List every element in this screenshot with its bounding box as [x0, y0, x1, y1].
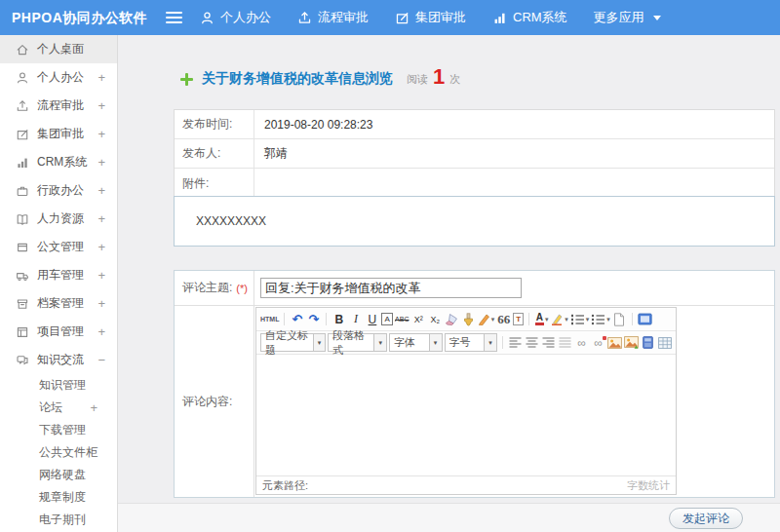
format-painter-brush-icon[interactable] — [461, 311, 476, 328]
word-count-label: 字数统计 — [627, 478, 670, 493]
sidebar-subitem-knowledge-management[interactable]: 知识管理 — [0, 374, 117, 397]
app-logo: PHPOA协同办公软件 — [12, 0, 147, 35]
sidebar-subitem-download-management[interactable]: 下载管理 — [0, 419, 117, 441]
insert-media-icon[interactable] — [641, 334, 655, 352]
new-document-icon[interactable] — [612, 311, 627, 328]
expand-plus-icon[interactable]: + — [90, 400, 98, 415]
sidebar-subitem-label: 网络硬盘 — [39, 467, 86, 483]
ordered-list-icon[interactable]: ▾ — [570, 311, 590, 328]
scrawl-image-icon[interactable] — [624, 334, 639, 352]
nav-label: 流程审批 — [318, 9, 369, 26]
html-source-button[interactable]: HTML — [260, 311, 279, 328]
comment-subject-row: 评论主题: (*) — [175, 271, 774, 306]
insert-image-icon[interactable] — [607, 334, 622, 352]
sidebar-item-vehicle-management[interactable]: 用车管理 + — [0, 261, 117, 289]
sidebar-item-archive-management[interactable]: 档案管理 + — [0, 289, 117, 318]
highlight-color-icon[interactable]: ▾ — [551, 311, 568, 328]
undo-button[interactable]: ↶ — [290, 311, 304, 328]
expand-plus-icon[interactable]: + — [98, 70, 105, 85]
sidebar-subitem-rules-regulations[interactable]: 规章制度 — [0, 486, 117, 509]
align-center-icon[interactable] — [525, 334, 539, 352]
sidebar-subitem-label: 论坛 — [39, 399, 62, 416]
paragraph-format-select[interactable]: 段落格式▾ — [328, 333, 387, 352]
publisher-label: 发布人: — [175, 139, 254, 168]
strikethrough-button[interactable]: ABC — [395, 311, 410, 328]
attachment-value — [254, 169, 774, 198]
expand-plus-icon[interactable]: + — [98, 240, 105, 254]
sidebar-subitem-forum[interactable]: 论坛 + — [0, 397, 117, 419]
sidebar-subitem-label: 知识管理 — [39, 377, 86, 394]
collapse-minus-icon[interactable]: − — [98, 353, 105, 367]
expand-plus-icon[interactable]: + — [98, 324, 105, 339]
hamburger-menu-icon[interactable] — [166, 12, 182, 24]
expand-plus-icon[interactable]: + — [98, 268, 105, 283]
sidebar-item-personal-desktop[interactable]: 个人桌面 — [0, 35, 117, 63]
underline-button[interactable]: U — [365, 311, 379, 328]
editor-content-area[interactable] — [256, 355, 676, 475]
font-border-button[interactable]: A — [381, 313, 392, 325]
comment-content-row: 评论内容: HTML ↶ ↷ B I U A — [175, 306, 774, 497]
superscript-button[interactable]: X² — [411, 311, 426, 328]
sidebar-subitem-network-drive[interactable]: 网络硬盘 — [0, 464, 117, 486]
sidebar-item-label: 档案管理 — [37, 295, 84, 312]
read-count: 1 — [433, 66, 445, 88]
nav-crm-system[interactable]: CRM系统 — [492, 9, 567, 26]
expand-plus-icon[interactable]: + — [98, 211, 105, 226]
comment-subject-input[interactable] — [260, 278, 522, 298]
chevron-down-icon — [653, 16, 661, 20]
sidebar-subitem-e-journal[interactable]: 电子期刊 — [0, 509, 117, 531]
sidebar-item-human-resources[interactable]: 人力资源 + — [0, 205, 117, 233]
expand-plus-icon[interactable]: + — [98, 155, 105, 170]
table-row: 发布人: 郭靖 — [175, 139, 774, 169]
subscript-button[interactable]: X₂ — [428, 311, 443, 328]
nav-more-apps[interactable]: 更多应用 — [594, 9, 661, 26]
paste-plain-text-button[interactable]: T — [513, 313, 524, 325]
expand-plus-icon[interactable]: + — [98, 296, 105, 311]
sidebar-item-knowledge-exchange[interactable]: 知识交流 − — [0, 346, 117, 374]
clear-format-eraser-icon[interactable] — [445, 311, 459, 328]
font-size-select[interactable]: 字号▾ — [445, 333, 498, 352]
align-right-icon[interactable] — [541, 334, 556, 352]
bold-button[interactable]: B — [332, 311, 346, 328]
nav-workflow-approval[interactable]: 流程审批 — [297, 9, 369, 26]
green-plus-icon — [180, 73, 193, 86]
sidebar-item-document-management[interactable]: 公文管理 + — [0, 233, 117, 261]
align-left-icon[interactable] — [508, 334, 523, 352]
sidebar-item-label: 知识交流 — [37, 352, 84, 368]
table-row: 附件: — [175, 169, 774, 198]
sidebar-item-personal-office[interactable]: 个人办公 + — [0, 63, 117, 92]
sidebar-item-label: 集团审批 — [37, 126, 84, 142]
sidebar-item-admin-office[interactable]: 行政办公 + — [0, 176, 117, 205]
marker-pen-icon[interactable]: ▾ — [478, 311, 495, 328]
insert-table-icon[interactable] — [657, 334, 672, 352]
fullscreen-icon[interactable] — [638, 311, 652, 328]
article-info-table: 发布时间: 2019-08-20 09:28:23 发布人: 郭靖 附件: — [174, 109, 775, 199]
sidebar-item-crm-system[interactable]: CRM系统 + — [0, 148, 117, 176]
toolbar-separator — [502, 336, 503, 349]
italic-button[interactable]: I — [348, 311, 363, 328]
unordered-list-icon[interactable]: ▾ — [591, 311, 610, 328]
expand-plus-icon[interactable]: + — [98, 127, 105, 141]
sidebar-item-project-management[interactable]: 项目管理 + — [0, 318, 117, 346]
chevron-down-icon: ▾ — [484, 334, 496, 351]
custom-title-select[interactable]: 自定义标题▾ — [260, 333, 326, 352]
font-color-button[interactable]: A▾ — [534, 311, 549, 328]
sidebar-item-label: 流程审批 — [37, 97, 84, 114]
insert-link-icon[interactable]: ∞ — [574, 334, 589, 352]
expand-plus-icon[interactable]: + — [98, 183, 105, 198]
redo-button[interactable]: ↷ — [306, 311, 321, 328]
expand-plus-icon[interactable]: + — [98, 98, 105, 113]
remove-link-icon[interactable]: ∞ — [591, 334, 605, 352]
sidebar-subitem-public-file-cabinet[interactable]: 公共文件柜 — [0, 441, 117, 464]
sidebar-subitem-label: 规章制度 — [39, 489, 86, 506]
toolbar-separator — [528, 313, 529, 325]
nav-personal-office[interactable]: 个人办公 — [200, 9, 271, 26]
submit-comment-button[interactable]: 发起评论 — [669, 508, 743, 529]
sidebar-item-group-approval[interactable]: 集团审批 + — [0, 120, 117, 148]
font-family-select[interactable]: 字体▾ — [389, 333, 443, 352]
sidebar-item-workflow-approval[interactable]: 流程审批 + — [0, 92, 117, 120]
nav-group-approval[interactable]: 集团审批 — [395, 9, 466, 26]
app-window: PHPOA协同办公软件 个人办公 流程审批 集团审批 CRM系统 更多应用 — [0, 0, 780, 532]
blockquote-button[interactable]: 66 — [496, 311, 511, 328]
align-justify-icon[interactable] — [558, 334, 572, 352]
